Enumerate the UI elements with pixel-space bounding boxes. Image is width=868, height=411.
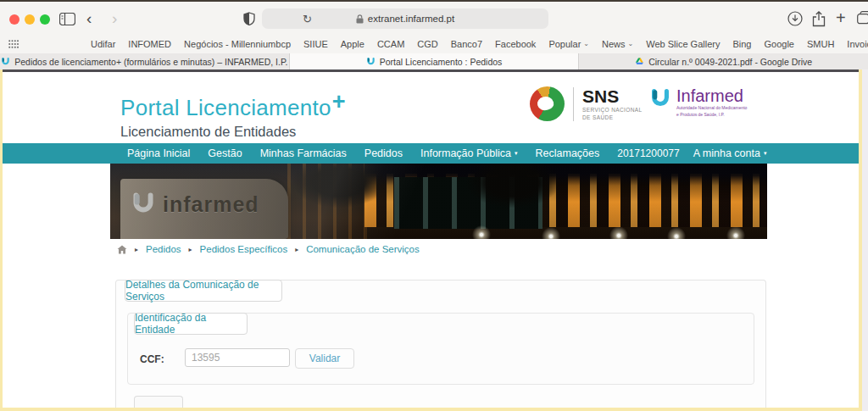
- sns-swirl-icon: [530, 86, 565, 121]
- bookmark-item[interactable]: CCAM: [377, 39, 404, 49]
- infarmed-tagline: Autoridade Nacional do Medicamento: [676, 105, 747, 112]
- tab-title: Portal Licenciamento : Pedidos: [380, 57, 503, 67]
- bookmark-item[interactable]: Banco7: [451, 39, 482, 49]
- downloads-icon[interactable]: [787, 11, 803, 26]
- desktop-edge: [862, 69, 868, 411]
- tab-pedidos-licenciamento[interactable]: Pedidos de licenciamento+ (formulários e…: [0, 53, 289, 69]
- nav-pedidos[interactable]: Pedidos: [364, 147, 403, 159]
- bookmark-item[interactable]: SMUH: [807, 39, 834, 49]
- tab-bar: Pedidos de licenciamento+ (formulários e…: [0, 53, 868, 69]
- bookmark-item[interactable]: Apple: [341, 39, 364, 49]
- ccf-label: CCF:: [140, 353, 164, 365]
- web-page: Portal Licenciamento+ Licenciamento de E…: [3, 69, 859, 408]
- sns-acronym: SNS: [582, 87, 643, 105]
- account-menu[interactable]: A minha conta▾: [693, 147, 767, 159]
- tab-google-drive-pdf[interactable]: Circular n.º 0049-2021.pdf - Google Driv…: [578, 53, 868, 69]
- infarmed-favicon: [1, 57, 10, 66]
- home-icon[interactable]: [117, 245, 127, 254]
- bookmark-item[interactable]: Negócios - Millenniumbcp: [184, 39, 291, 49]
- fieldset-legend-identificacao: Identificação da Entidade: [134, 313, 248, 335]
- breadcrumb-pedidos-especificos[interactable]: Pedidos Específicos: [200, 244, 288, 254]
- share-icon[interactable]: [812, 11, 826, 27]
- tab-title: Pedidos de licenciamento+ (formulários e…: [14, 57, 287, 67]
- tab-title: Circular n.º 0049-2021.pdf - Google Driv…: [648, 57, 812, 67]
- bookmark-item[interactable]: Web Slice Gallery: [646, 39, 720, 49]
- privacy-shield-icon[interactable]: [243, 12, 255, 25]
- hero-banner-image: infarmed: [110, 164, 767, 239]
- bookmark-item[interactable]: InvoiceXpress: [847, 39, 868, 49]
- nav-pagina-inicial[interactable]: Página Inicial: [127, 147, 190, 159]
- breadcrumb-separator-icon: ▸: [295, 246, 298, 253]
- bookmark-item[interactable]: CGD: [417, 39, 437, 49]
- chevron-down-icon: ⌄: [583, 40, 589, 47]
- infarmed-u-icon: [649, 86, 671, 110]
- hero-light-sheen: [110, 164, 767, 239]
- bookmark-item[interactable]: Udifar: [91, 39, 115, 49]
- bookmark-folder-news[interactable]: News⌄: [602, 39, 633, 49]
- plus-mark: +: [332, 89, 346, 114]
- tab-portal-licenciamento[interactable]: Portal Licenciamento : Pedidos: [289, 53, 579, 69]
- back-button[interactable]: ‹: [86, 9, 92, 28]
- logo-divider: [573, 87, 574, 121]
- bookmark-item[interactable]: Facebook: [495, 39, 536, 49]
- maximize-window-button[interactable]: [40, 14, 50, 25]
- url-text: extranet.infarmed.pt: [368, 14, 454, 24]
- section-tab-detalhes: Detalhes da Comunicação de Serviços: [125, 280, 282, 302]
- account-label: A minha conta: [693, 147, 760, 159]
- site-logo: Portal Licenciamento+ Licenciamento de E…: [120, 89, 346, 140]
- lock-icon: [356, 14, 364, 24]
- reload-icon[interactable]: ↻: [303, 13, 312, 25]
- user-number: 20171200077: [617, 147, 679, 159]
- validar-button[interactable]: Validar: [295, 348, 354, 369]
- ccf-input[interactable]: [185, 348, 290, 367]
- site-title: Portal Licenciamento+: [120, 89, 346, 121]
- chevron-down-icon: ⌄: [628, 40, 634, 47]
- sns-tagline: SERVIÇO NACIONAL: [582, 107, 643, 113]
- close-window-button[interactable]: [9, 14, 19, 25]
- frequently-visited-grid-icon[interactable]: [8, 40, 19, 48]
- bookmark-label: Popular: [548, 39, 581, 49]
- breadcrumb-separator-icon: ▸: [189, 246, 192, 253]
- bookmark-item[interactable]: INFOMED: [128, 39, 171, 49]
- infarmed-wordmark: Infarmed: [676, 86, 747, 105]
- nav-reclamacoes[interactable]: Reclamações: [536, 147, 600, 159]
- google-drive-icon: [635, 57, 644, 66]
- screenshot-highlight-frame: Portal Licenciamento+ Licenciamento de E…: [0, 69, 868, 411]
- breadcrumb-separator-icon: ▸: [135, 246, 138, 253]
- nav-label: Informação Pública: [420, 147, 511, 159]
- nav-minhas-farmacias[interactable]: Minhas Farmácias: [260, 147, 347, 159]
- next-section-tab-partial: [134, 396, 183, 408]
- bookmark-item[interactable]: Bing: [732, 39, 751, 49]
- sns-tagline: DE SAÚDE: [582, 114, 643, 120]
- bookmark-folder-popular[interactable]: Popular⌄: [548, 39, 589, 49]
- infarmed-favicon: [366, 57, 376, 66]
- forward-button[interactable]: ›: [112, 9, 117, 28]
- browser-titlebar: ‹ › extranet.infarmed.pt ↻ +: [0, 0, 868, 34]
- minimize-window-button[interactable]: [25, 14, 35, 25]
- nav-gestao[interactable]: Gestão: [208, 147, 242, 159]
- new-tab-icon[interactable]: +: [836, 8, 846, 28]
- breadcrumb-comunicacao-servicos[interactable]: Comunicação de Serviços: [306, 244, 420, 254]
- bookmark-item[interactable]: SIIUE: [303, 39, 328, 49]
- nav-informacao-publica[interactable]: Informação Pública▾: [420, 147, 518, 159]
- sns-logo: SNS SERVIÇO NACIONAL DE SAÚDE: [530, 86, 643, 121]
- main-navigation: Página Inicial Gestão Minhas Farmácias P…: [3, 143, 859, 164]
- sidebar-toggle-icon[interactable]: [59, 13, 75, 25]
- tab-overview-icon[interactable]: [857, 11, 868, 25]
- caret-down-icon: ▾: [515, 150, 518, 157]
- bookmark-label: News: [602, 39, 626, 49]
- bookmarks-bar: Udifar INFOMED Negócios - Millenniumbcp …: [0, 34, 868, 53]
- infarmed-tagline: e Produtos de Saúde, I.P.: [676, 112, 747, 119]
- infarmed-logo: Infarmed Autoridade Nacional do Medicame…: [649, 86, 747, 118]
- caret-down-icon: ▾: [764, 150, 767, 157]
- bookmark-item[interactable]: Google: [764, 39, 793, 49]
- breadcrumb: ▸ Pedidos ▸ Pedidos Específicos ▸ Comuni…: [117, 244, 420, 254]
- site-subtitle: Licenciamento de Entidades: [120, 124, 346, 140]
- breadcrumb-pedidos[interactable]: Pedidos: [146, 244, 181, 254]
